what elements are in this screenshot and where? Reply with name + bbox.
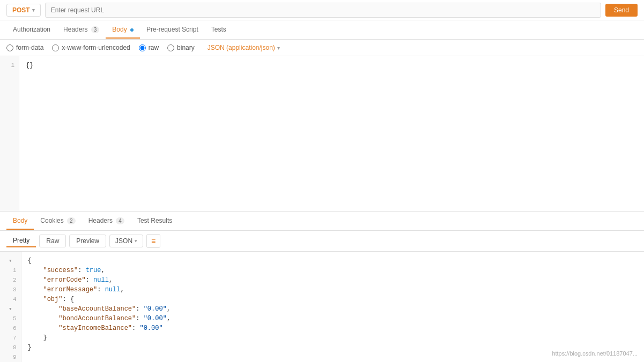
resp-line-9: 9 — [0, 352, 21, 362]
body-dot — [130, 28, 134, 32]
resp-line-1: ▾1 — [0, 256, 21, 275]
resp-line-6: 6 — [0, 323, 21, 333]
response-tab-test-results[interactable]: Test Results — [131, 213, 179, 230]
format-select[interactable]: JSON (application/json) ▾ — [208, 44, 280, 51]
resp-code-line-5: "obj": { — [28, 295, 638, 304]
request-line-numbers: 1 — [0, 56, 19, 211]
tab-headers[interactable]: Headers 3 — [57, 21, 106, 39]
option-urlencoded[interactable]: x-www-form-urlencoded — [52, 44, 130, 51]
option-binary[interactable]: binary — [167, 44, 195, 51]
resp-line-7: 7 — [0, 333, 21, 343]
response-tab-headers[interactable]: Headers 4 — [82, 213, 131, 230]
response-tab-cookies[interactable]: Cookies 2 — [34, 213, 82, 230]
resp-code-line-3: "errorCode": null, — [28, 275, 638, 285]
tab-pre-request-script[interactable]: Pre-request Script — [140, 21, 205, 39]
method-label: POST — [12, 6, 30, 14]
response-format-dropdown[interactable]: JSON ▾ — [109, 235, 143, 247]
tab-tests[interactable]: Tests — [205, 21, 233, 39]
response-section: Body Cookies 2 Headers 4 Test Results Pr… — [0, 212, 644, 362]
response-tab-body[interactable]: Body — [6, 213, 34, 230]
pretty-button[interactable]: Pretty — [6, 235, 36, 247]
radio-raw[interactable] — [139, 44, 146, 51]
resp-line-4: 4 — [0, 295, 21, 304]
watermark: https://blog.csdn.net/01187047... — [552, 350, 638, 357]
raw-button[interactable]: Raw — [39, 235, 66, 247]
body-options-row: form-data x-www-form-urlencoded raw bina… — [0, 40, 644, 56]
resp-line-5: ▾5 — [0, 304, 21, 323]
wrap-icon: ≡ — [151, 237, 156, 245]
resp-code-line-6: "baseAccountBalance": "0.00", — [28, 304, 638, 314]
radio-urlencoded[interactable] — [52, 44, 59, 51]
top-bar: POST ▾ Send — [0, 0, 644, 20]
resp-line-2: 2 — [0, 275, 21, 285]
resp-line-3: 3 — [0, 285, 21, 295]
request-code-content[interactable]: {} — [19, 56, 644, 211]
radio-form-data[interactable] — [6, 44, 13, 51]
request-tabs-row: Authorization Headers 3 Body Pre-request… — [0, 20, 644, 40]
resp-code-line-1: { — [28, 256, 638, 266]
response-toolbar: Pretty Raw Preview JSON ▾ ≡ — [0, 231, 644, 252]
response-code-area: ▾1 2 3 4 ▾5 6 7 8 9 10 { "success": true… — [0, 252, 644, 362]
resp-line-8: 8 — [0, 343, 21, 352]
code-line-1: {} — [26, 61, 638, 70]
headers-badge: 3 — [91, 26, 100, 33]
tab-body[interactable]: Body — [106, 21, 140, 39]
resp-headers-badge: 4 — [116, 217, 124, 224]
response-tabs-row: Body Cookies 2 Headers 4 Test Results — [0, 212, 644, 231]
resp-code-line-8: "stayIncomeBalance": "0.00" — [28, 323, 638, 333]
resp-code-line-2: "success": true, — [28, 266, 638, 275]
method-chevron-icon: ▾ — [32, 7, 35, 13]
format-arrow-icon: ▾ — [277, 45, 280, 51]
url-input[interactable] — [45, 3, 601, 18]
tab-authorization[interactable]: Authorization — [6, 21, 57, 39]
resp-code-line-4: "errorMessage": null, — [28, 285, 638, 295]
resp-code-line-10: } — [28, 343, 638, 352]
line-num-1: 1 — [0, 61, 19, 70]
option-form-data[interactable]: form-data — [6, 44, 43, 51]
response-line-numbers: ▾1 2 3 4 ▾5 6 7 8 9 10 — [0, 252, 21, 362]
cookies-badge: 2 — [67, 217, 76, 224]
wrap-button[interactable]: ≡ — [146, 234, 160, 248]
option-raw[interactable]: raw — [139, 44, 159, 51]
resp-format-arrow-icon: ▾ — [135, 238, 137, 244]
resp-code-line-9: } — [28, 333, 638, 343]
method-button[interactable]: POST ▾ — [6, 4, 41, 17]
resp-code-line-7: "bondAccountBalance": "0.00", — [28, 314, 638, 323]
send-button[interactable]: Send — [605, 4, 638, 17]
response-code-content: { "success": true, "errorCode": null, "e… — [21, 252, 644, 362]
radio-binary[interactable] — [167, 44, 174, 51]
preview-button[interactable]: Preview — [69, 235, 106, 247]
request-body-editor[interactable]: 1 {} — [0, 56, 644, 212]
